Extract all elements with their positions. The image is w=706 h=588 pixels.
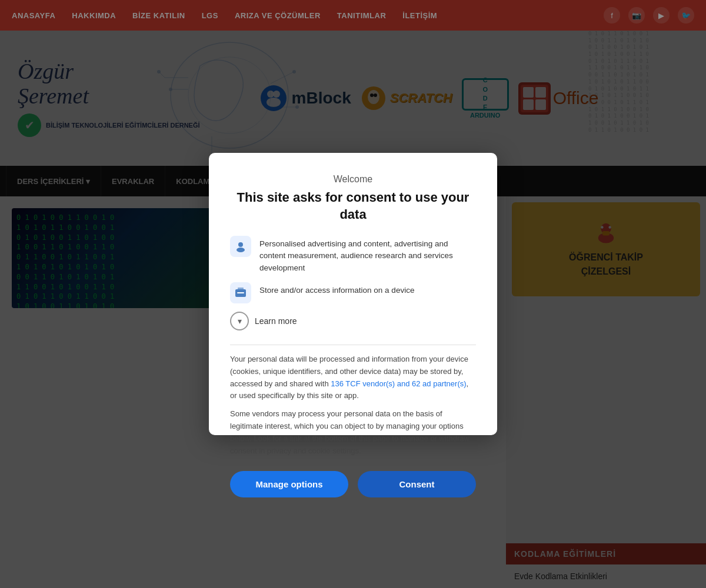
store-icon bbox=[230, 282, 251, 303]
learn-more-button[interactable]: ▾ bbox=[230, 312, 249, 330]
modal-divider bbox=[230, 345, 476, 345]
consent-personalised-text: Personalised advertising and content, ad… bbox=[259, 236, 476, 274]
consent-button[interactable]: Consent bbox=[358, 471, 476, 497]
modal-overlay: Welcome This site asks for consent to us… bbox=[0, 0, 706, 588]
modal-title: This site asks for consent to use your d… bbox=[230, 189, 476, 223]
modal-body-text-1: Your personal data will be processed and… bbox=[230, 353, 476, 402]
personalised-icon bbox=[230, 236, 251, 257]
manage-options-button[interactable]: Manage options bbox=[230, 471, 348, 497]
modal-welcome: Welcome bbox=[230, 174, 476, 185]
svg-point-32 bbox=[238, 242, 243, 247]
learn-more-row[interactable]: ▾ Learn more bbox=[230, 312, 476, 330]
modal-actions[interactable]: Manage options Consent bbox=[230, 471, 476, 497]
consent-item-personalised: Personalised advertising and content, ad… bbox=[230, 236, 476, 274]
modal-body-text-2: Some vendors may process your personal d… bbox=[230, 408, 476, 457]
consent-item-store: Store and/or access information on a dev… bbox=[230, 282, 476, 303]
learn-more-label: Learn more bbox=[255, 316, 297, 326]
vendor-link[interactable]: 136 TCF vendor(s) and 62 ad partner(s) bbox=[331, 379, 466, 388]
consent-modal: Welcome This site asks for consent to us… bbox=[209, 153, 497, 435]
consent-store-text: Store and/or access information on a dev… bbox=[259, 282, 414, 296]
svg-point-33 bbox=[237, 248, 245, 252]
svg-rect-35 bbox=[238, 288, 244, 290]
svg-rect-36 bbox=[237, 292, 244, 293]
